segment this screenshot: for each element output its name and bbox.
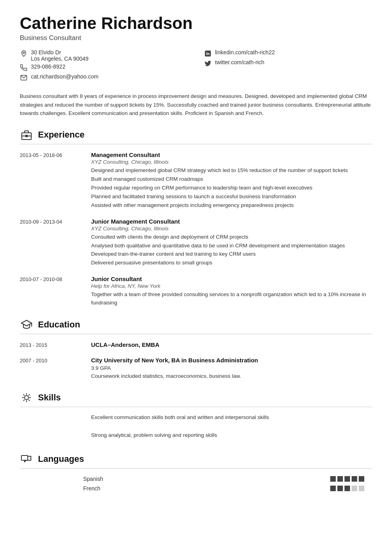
email-icon: [20, 74, 28, 82]
language-level-dots: [330, 486, 364, 491]
education-icon: [20, 318, 33, 331]
email-address: cat.richardson@yahoo.com: [31, 73, 99, 80]
location-icon: [20, 50, 28, 57]
list-item: Assisted with other management projects …: [91, 201, 372, 210]
education-entry: 2013 - 2015UCLA–Anderson, EMBA: [20, 341, 372, 349]
dot-filled: [359, 476, 364, 482]
experience-dates: 2010-07 - 2010-08: [20, 276, 83, 308]
education-list: 2013 - 2015UCLA–Anderson, EMBA2007 - 201…: [20, 341, 372, 381]
education-content: City University of New York, BA in Busin…: [91, 357, 372, 381]
skill-text: Strong analytical, problem solving and r…: [91, 432, 372, 438]
languages-icon: [20, 452, 33, 466]
languages-title: Languages: [38, 454, 84, 464]
experience-dates: 2013-05 - 2018-06: [20, 151, 83, 210]
experience-entry: 2010-07 - 2010-08Junior ConsultantHelp f…: [20, 276, 372, 308]
resume-header: Catherine Richardson Business Consultant: [20, 14, 372, 42]
list-item: Delivered persuasive presentations to sm…: [91, 259, 372, 267]
dot-filled: [337, 476, 343, 482]
languages-list: SpanishFrench: [20, 476, 372, 492]
experience-title: Experience: [38, 130, 84, 140]
education-degree: City University of New York, BA in Busin…: [91, 357, 372, 364]
language-name: Spanish: [83, 476, 103, 482]
list-item: Designed and implemented global CRM stra…: [91, 166, 372, 175]
education-detail: 3.9 GPA: [91, 364, 372, 372]
education-degree: UCLA–Anderson, EMBA: [91, 341, 372, 348]
address-item: 30 Elvido Dr Los Angeles, CA 90049: [20, 49, 188, 62]
language-level-dots: [330, 476, 364, 482]
skills-list: Excellent communication skills both oral…: [20, 414, 372, 442]
experience-section: Experience 2013-05 - 2018-06Management C…: [20, 128, 372, 308]
list-item: Together with a team of three provided c…: [91, 291, 372, 307]
skills-header: Skills: [20, 391, 372, 407]
dot-filled: [344, 476, 350, 482]
svg-point-0: [23, 52, 25, 54]
experience-entry: 2013-05 - 2018-06Management ConsultantXY…: [20, 151, 372, 210]
list-item: Planned and facilitated training session…: [91, 193, 372, 201]
summary-text: Business consultant with 8 years of expe…: [20, 92, 372, 118]
experience-job-title: Management Consultant: [91, 151, 372, 158]
list-item: Consulted with clients the design and de…: [91, 233, 372, 241]
list-item: Developed train-the-trainer content and …: [91, 250, 372, 258]
dot-filled: [344, 486, 350, 491]
address-line2: Los Angeles, CA 90049: [31, 56, 89, 62]
experience-company: Help for Africa, NY, New York: [91, 283, 372, 289]
education-header: Education: [20, 318, 372, 334]
experience-bullets: Consulted with clients the design and de…: [91, 233, 372, 268]
experience-company: XYZ Consulting, Chicago, Illinois: [91, 226, 372, 232]
twitter-icon: [204, 59, 212, 67]
list-item: Built and managed customized CRM roadmap…: [91, 175, 372, 184]
twitter-item: twitter.com/cath-rich: [204, 59, 372, 67]
phone-item: 329-086-8922: [20, 63, 188, 72]
skills-icon: [20, 391, 33, 404]
linkedin-item: linkedin.com/cath-rich22: [204, 49, 372, 57]
twitter-url: twitter.com/cath-rich: [215, 59, 264, 65]
job-title: Business Consultant: [20, 34, 372, 42]
skill-entry: Excellent communication skills both oral…: [20, 414, 372, 424]
svg-point-8: [25, 396, 29, 400]
experience-job-title: Junior Consultant: [91, 276, 372, 282]
skills-section: Skills Excellent communication skills bo…: [20, 391, 372, 442]
experience-dates: 2010-09 - 2013-04: [20, 218, 83, 268]
experience-job-title: Junior Management Consultant: [91, 218, 372, 225]
experience-entry: 2010-09 - 2013-04Junior Management Consu…: [20, 218, 372, 268]
contact-info: 30 Elvido Dr Los Angeles, CA 90049 329-0…: [20, 49, 372, 83]
education-title: Education: [38, 320, 80, 330]
experience-bullets: Designed and implemented global CRM stra…: [91, 166, 372, 210]
language-name: French: [83, 485, 101, 492]
experience-content: Junior ConsultantHelp for Africa, NY, Ne…: [91, 276, 372, 308]
dot-filled: [330, 486, 336, 491]
skill-text: Excellent communication skills both oral…: [91, 414, 372, 420]
experience-content: Management ConsultantXYZ Consulting, Chi…: [91, 151, 372, 210]
svg-marker-6: [21, 320, 32, 326]
education-content: UCLA–Anderson, EMBA: [91, 341, 372, 349]
full-name: Catherine Richardson: [20, 14, 372, 33]
education-entry: 2007 - 2010City University of New York, …: [20, 357, 372, 381]
list-item: Provided regular reporting on CRM perfor…: [91, 184, 372, 192]
experience-company: XYZ Consulting, Chicago, Illinois: [91, 159, 372, 165]
email-item: cat.richardson@yahoo.com: [20, 73, 188, 82]
dot-filled: [330, 476, 336, 482]
phone-icon: [20, 64, 28, 72]
dot-filled: [352, 476, 357, 482]
language-row: French: [20, 485, 372, 492]
languages-header: Languages: [20, 452, 372, 469]
experience-content: Junior Management ConsultantXYZ Consulti…: [91, 218, 372, 268]
skill-entry: Strong analytical, problem solving and r…: [20, 432, 372, 442]
education-dates: 2007 - 2010: [20, 357, 83, 381]
linkedin-url: linkedin.com/cath-rich22: [215, 49, 275, 56]
languages-section: Languages SpanishFrench: [20, 452, 372, 492]
experience-header: Experience: [20, 128, 372, 144]
address-line1: 30 Elvido Dr: [31, 49, 89, 56]
education-detail: Coursework included statistics, macroeco…: [91, 372, 372, 380]
experience-bullets: Together with a team of three provided c…: [91, 291, 372, 307]
experience-list: 2013-05 - 2018-06Management ConsultantXY…: [20, 151, 372, 308]
education-dates: 2013 - 2015: [20, 341, 83, 349]
skills-title: Skills: [38, 392, 61, 403]
dot-empty: [359, 486, 364, 491]
dot-empty: [352, 486, 357, 491]
linkedin-icon: [204, 50, 212, 57]
list-item: Analysed both qualitative and quantitati…: [91, 242, 372, 250]
svg-rect-9: [21, 455, 28, 460]
education-section: Education 2013 - 2015UCLA–Anderson, EMBA…: [20, 318, 372, 381]
phone-number: 329-086-8922: [31, 63, 65, 70]
